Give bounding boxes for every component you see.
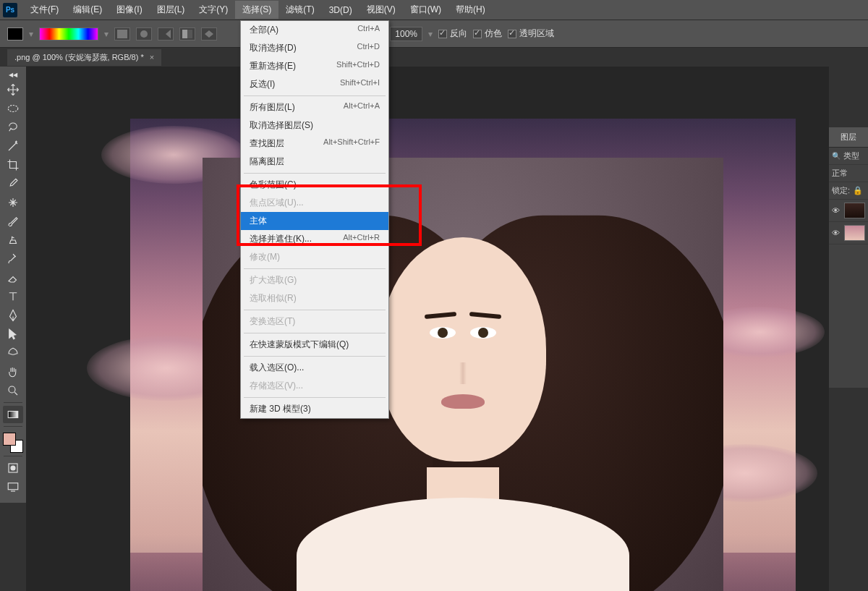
move-tool[interactable] [3, 81, 23, 98]
reverse-checkbox[interactable]: 反向 [438, 27, 467, 40]
canvas-area[interactable] [26, 67, 829, 591]
menu-item-新建3d模型3[interactable]: 新建 3D 模型(3) [241, 400, 388, 418]
tool-preset[interactable] [7, 27, 23, 41]
reverse-label: 反向 [450, 27, 467, 40]
gradient-linear-icon[interactable] [114, 27, 130, 41]
shape-tool[interactable] [3, 344, 23, 362]
lasso-tool[interactable] [3, 119, 23, 136]
menu-item-全部a[interactable]: 全部(A)Ctrl+A [241, 21, 388, 39]
layer-row[interactable]: 👁 [829, 222, 868, 245]
dither-label: 仿色 [485, 27, 502, 40]
svg-point-5 [9, 386, 15, 393]
menu-separator [244, 356, 386, 357]
history-brush-tool[interactable] [3, 250, 23, 268]
tool-separator [4, 402, 22, 403]
clone-stamp-tool[interactable] [3, 231, 23, 249]
gradient-radial-icon[interactable] [136, 27, 152, 41]
menubar: Ps 文件(F) 编辑(E) 图像(I) 图层(L) 文字(Y) 选择(S) 滤… [0, 0, 868, 20]
menu-item-修改m: 修改(M) [241, 248, 388, 266]
eraser-tool[interactable] [3, 269, 23, 286]
collapse-icon[interactable]: ◀◀ [3, 69, 23, 80]
svg-rect-0 [117, 30, 127, 38]
dither-checkbox[interactable]: 仿色 [473, 27, 502, 40]
menu-item-存储选区v: 存储选区(V)... [241, 377, 388, 395]
type-tool[interactable] [3, 288, 23, 305]
menu-image[interactable]: 图像(I) [109, 1, 149, 19]
app-logo: Ps [3, 3, 17, 17]
menu-view[interactable]: 视图(V) [359, 1, 403, 19]
magic-wand-tool[interactable] [3, 137, 23, 155]
zoom-value[interactable]: 100% [390, 27, 422, 41]
menu-select[interactable]: 选择(S) [235, 1, 278, 19]
menu-separator [244, 173, 386, 174]
document-tab[interactable]: .png @ 100% (安妮海瑟薇, RGB/8) * × [7, 49, 161, 66]
menu-filter[interactable]: 滤镜(T) [278, 1, 321, 19]
document-title: .png @ 100% (安妮海瑟薇, RGB/8) * [14, 52, 144, 63]
menu-item-所有图层l[interactable]: 所有图层(L)Alt+Ctrl+A [241, 98, 388, 116]
path-select-tool[interactable] [3, 326, 23, 343]
document-tab-bar: .png @ 100% (安妮海瑟薇, RGB/8) * × [0, 48, 868, 67]
eyedropper-tool[interactable] [3, 175, 23, 192]
gradient-reflected-icon[interactable] [179, 27, 195, 41]
svg-rect-3 [187, 30, 192, 38]
gradient-tool[interactable] [3, 406, 23, 423]
layer-thumbnail [844, 225, 865, 241]
menu-item-主体[interactable]: 主体 [241, 212, 388, 230]
hand-tool[interactable] [3, 363, 23, 380]
menu-item-重新选择e[interactable]: 重新选择(E)Shift+Ctrl+D [241, 57, 388, 75]
svg-point-1 [140, 30, 148, 38]
menu-item-载入选区o[interactable]: 载入选区(O)... [241, 359, 388, 377]
marquee-tool[interactable] [3, 100, 23, 117]
menu-help[interactable]: 帮助(H) [448, 1, 493, 19]
layers-tab[interactable]: 图层 [829, 127, 868, 148]
menu-edit[interactable]: 编辑(E) [66, 1, 109, 19]
menu-window[interactable]: 窗口(W) [403, 1, 448, 19]
zoom-tool[interactable] [3, 382, 23, 399]
crop-tool[interactable] [3, 156, 23, 174]
menu-file[interactable]: 文件(F) [23, 1, 66, 19]
menu-item-查找图层[interactable]: 查找图层Alt+Shift+Ctrl+F [241, 135, 388, 153]
gradient-angle-icon[interactable] [158, 27, 174, 41]
menu-item-在快速蒙版模式下编辑q[interactable]: 在快速蒙版模式下编辑(Q) [241, 336, 388, 354]
spot-heal-tool[interactable] [3, 194, 23, 211]
menu-3d[interactable]: 3D(D) [322, 2, 359, 18]
lock-row[interactable]: 锁定:🔒 [829, 182, 868, 200]
layers-panel: 图层 类型 正常 锁定:🔒 👁 👁 [829, 127, 868, 388]
tool-separator [4, 426, 22, 427]
transparency-checkbox[interactable]: 透明区域 [508, 27, 554, 40]
pen-tool[interactable] [3, 307, 23, 324]
foreground-color[interactable] [3, 433, 16, 446]
menu-separator [244, 397, 386, 398]
gradient-diamond-icon[interactable] [201, 27, 217, 41]
close-icon[interactable]: × [150, 53, 154, 61]
layer-row[interactable]: 👁 [829, 200, 868, 222]
blend-mode[interactable]: 正常 [829, 165, 868, 182]
visibility-icon[interactable]: 👁 [832, 206, 841, 215]
menu-layer[interactable]: 图层(L) [150, 1, 192, 19]
menu-item-焦点区域u: 焦点区域(U)... [241, 194, 388, 212]
menu-separator [244, 310, 386, 310]
menu-item-变换选区t: 变换选区(T) [241, 312, 388, 331]
layer-filter[interactable]: 类型 [829, 148, 868, 165]
menu-separator [244, 268, 386, 269]
svg-point-8 [11, 466, 15, 470]
menu-item-扩大选取g: 扩大选取(G) [241, 271, 388, 289]
layer-thumbnail [844, 203, 865, 218]
menu-item-取消选择d[interactable]: 取消选择(D)Ctrl+D [241, 39, 388, 57]
menu-item-色彩范围c[interactable]: 色彩范围(C)... [241, 176, 388, 194]
menu-type[interactable]: 文字(Y) [192, 1, 235, 19]
svg-rect-2 [182, 30, 187, 38]
color-swatch[interactable] [3, 433, 23, 453]
quick-mask-tool[interactable] [3, 459, 23, 477]
svg-rect-6 [8, 412, 18, 418]
tool-panel: ◀◀ [0, 67, 26, 503]
menu-item-反选i[interactable]: 反选(I)Shift+Ctrl+I [241, 75, 388, 93]
gradient-preview[interactable] [39, 27, 98, 41]
brush-tool[interactable] [3, 213, 23, 230]
select-menu-dropdown: 全部(A)Ctrl+A取消选择(D)Ctrl+D重新选择(E)Shift+Ctr… [240, 20, 389, 419]
visibility-icon[interactable]: 👁 [832, 229, 841, 237]
menu-item-选择并遮住k[interactable]: 选择并遮住(K)...Alt+Ctrl+R [241, 230, 388, 248]
menu-item-隔离图层[interactable]: 隔离图层 [241, 153, 388, 171]
menu-item-取消选择图层s[interactable]: 取消选择图层(S) [241, 116, 388, 135]
screen-mode-tool[interactable] [3, 478, 23, 496]
